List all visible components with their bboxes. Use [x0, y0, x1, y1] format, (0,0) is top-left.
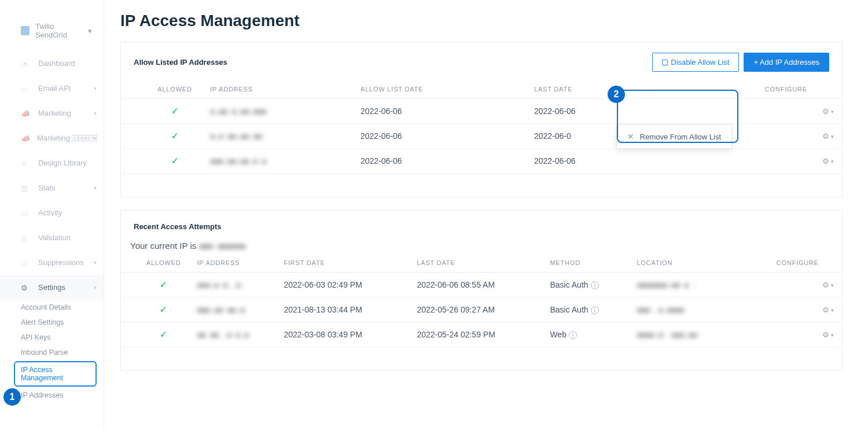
last-date: 2022-05-24 02:59 PM	[409, 322, 542, 347]
chevron-down-icon: ▾	[831, 307, 834, 313]
info-icon[interactable]: i	[591, 306, 599, 314]
nav-dashboard[interactable]: ◔Dashboard	[0, 51, 104, 76]
current-ip-value: ▪▪▪ ▪▪▪▪▪▪	[198, 241, 245, 251]
ip-address: ▪.▪▪ ▪.▪▪.▪▪▪	[210, 106, 266, 116]
configure-dropdown: ✕ Remove From Allow List	[616, 124, 732, 149]
chevron-down-icon: ▾	[94, 111, 97, 116]
chevron-down-icon: ▾	[831, 332, 834, 338]
nav-activity[interactable]: ▭Activity	[0, 200, 104, 225]
method: Basic Authi	[542, 273, 628, 297]
table-row: ✓ ▪▪▪.▪▪ ▪▪.▪ 2021-08-13 03:44 PM 2022-0…	[121, 297, 842, 322]
chevron-down-icon: ▾	[831, 134, 834, 139]
first-date: 2021-08-13 03:44 PM	[275, 297, 409, 322]
ip-address: ▪.▪ ▪▪.▪▪ ▪▪	[210, 131, 262, 141]
configure-gear[interactable]: ⚙ ▾	[822, 306, 834, 314]
chevron-down-icon: ▾	[94, 135, 97, 141]
check-icon: ✓	[160, 329, 167, 339]
th-first: FIRST DATE	[275, 253, 409, 273]
nav-suppressions[interactable]: ▭Suppressions▾	[0, 250, 104, 275]
th-list-date: ALLOW LIST DATE	[352, 80, 526, 99]
suppressions-icon: ▭	[21, 259, 31, 267]
add-ip-addresses-button[interactable]: + Add IP Addresses	[744, 53, 829, 72]
table-row: ✓ ▪.▪▪ ▪.▪▪.▪▪▪ 2022-06-06 2022-06-06 ⚙ …	[121, 99, 842, 124]
nav-marketing-legacy[interactable]: 📣MarketingLEGACY▾	[0, 126, 104, 150]
first-date: 2022-03-08 03:49 PM	[275, 322, 409, 347]
info-icon[interactable]: i	[569, 331, 577, 339]
configure-gear[interactable]: ⚙ ▾	[822, 157, 834, 166]
sidebar: Twilio SendGrid ▾ ◔Dashboard ▭Email API▾…	[0, 0, 104, 430]
brand-logo-icon	[21, 26, 30, 35]
th-ip: IP ADDRESS	[202, 80, 352, 99]
nav-validation[interactable]: ◎Validation	[0, 225, 104, 250]
sub-inbound-parse[interactable]: Inbound Parse	[0, 345, 104, 360]
allow-list-date: 2022-06-06	[352, 99, 526, 124]
chevron-down-icon: ▾	[88, 27, 92, 35]
disable-allow-list-button[interactable]: Disable Allow List	[652, 53, 739, 72]
table-row: ✓ ▪▪ ▪▪ .▪ ▪.▪ 2022-03-08 03:49 PM 2022-…	[121, 322, 842, 347]
last-date: 2022-06-06 08:55 AM	[409, 273, 542, 297]
stats-icon: ▥	[21, 184, 31, 192]
ip-address: ▪▪▪.▪▪ ▪▪.▪	[197, 305, 244, 314]
first-date: 2022-06-03 02:49 PM	[275, 273, 409, 297]
nav-email-api[interactable]: ▭Email API▾	[0, 76, 104, 101]
nav-settings[interactable]: ⚙Settings▾	[0, 275, 104, 300]
configure-gear[interactable]: ⚙ ▾	[822, 330, 834, 339]
ip-address: ▪▪▪.▪▪.▪▪.▪ ▪	[210, 156, 266, 166]
location: ▪▪▪▪.▪. ▪▪▪.▪▪	[637, 330, 697, 339]
th-method: METHOD	[542, 253, 628, 273]
sub-api-keys[interactable]: API Keys	[0, 330, 104, 345]
nav-marketing[interactable]: 📣Marketing▾	[0, 101, 104, 126]
settings-icon: ⚙	[21, 284, 31, 292]
remove-from-allow-list[interactable]: Remove From Allow List	[640, 133, 721, 141]
sub-account-details[interactable]: Account Details	[0, 300, 104, 315]
ip-address: ▪▪▪.▪ ▪. ▪.	[197, 280, 244, 289]
location: ▪▪▪▪▪▪▪.▪▪ ▪ .	[637, 280, 697, 289]
method: Basic Authi	[542, 297, 628, 322]
check-icon: ✓	[171, 106, 179, 116]
activity-icon: ▭	[21, 209, 31, 217]
table-row: ✓ ▪.▪ ▪▪.▪▪ ▪▪ 2022-06-06 2022-06-0 ⚙ ▾	[121, 124, 842, 149]
chevron-down-icon: ▾	[831, 159, 834, 164]
dashboard-icon: ◔	[21, 60, 31, 68]
nav-stats[interactable]: ▥Stats▾	[0, 175, 104, 200]
table-row: ✓ ▪▪▪.▪ ▪. ▪. 2022-06-03 02:49 PM 2022-0…	[121, 273, 842, 297]
recent-panel-title: Recent Access Attempts	[130, 222, 221, 231]
allow-list-date: 2022-06-06	[352, 149, 526, 174]
chevron-down-icon: ▾	[94, 260, 97, 266]
megaphone-icon: 📣	[21, 109, 31, 117]
chevron-down-icon: ▾	[94, 185, 97, 191]
check-icon: ✓	[160, 280, 167, 289]
recent-access-panel: Recent Access Attempts Your current IP i…	[120, 210, 843, 371]
main-content: IP Access Management Allow Listed IP Add…	[104, 0, 868, 430]
megaphone-icon: 📣	[21, 134, 30, 142]
chevron-down-icon: ▾	[94, 86, 97, 91]
check-icon: ✓	[160, 304, 167, 314]
last-date: 2022-06-06	[526, 149, 653, 174]
th-configure: CONFIGURE	[653, 80, 842, 99]
sub-alert-settings[interactable]: Alert Settings	[0, 315, 104, 330]
email-icon: ▭	[21, 84, 31, 93]
lock-icon	[662, 60, 668, 65]
brand[interactable]: Twilio SendGrid ▾	[0, 17, 104, 51]
nav-design-library[interactable]: ✕Design Library	[0, 150, 104, 175]
method: Webi	[542, 322, 628, 347]
sub-ip-access-management[interactable]: IP Access Management	[14, 361, 97, 387]
callout-2: 2	[608, 86, 625, 103]
location: ▪▪▪. ▪.▪▪▪▪	[637, 305, 684, 314]
th-location: LOCATION	[628, 253, 737, 273]
check-icon: ✓	[171, 131, 179, 141]
current-ip-line: Your current IP is ▪▪▪ ▪▪▪▪▪▪	[121, 231, 842, 253]
ip-address: ▪▪ ▪▪ .▪ ▪.▪	[197, 330, 248, 339]
brand-name: Twilio SendGrid	[35, 22, 84, 39]
th-last: LAST DATE	[409, 253, 542, 273]
close-icon[interactable]: ✕	[627, 132, 634, 141]
configure-gear[interactable]: ⚙ ▾	[822, 107, 834, 116]
allow-list-table: ALLOWED IP ADDRESS ALLOW LIST DATE LAST …	[121, 80, 842, 174]
info-icon[interactable]: i	[591, 281, 599, 289]
last-date: 2022-05-26 09:27 AM	[409, 297, 542, 322]
configure-gear[interactable]: ⚙ ▾	[822, 132, 834, 141]
validation-icon: ◎	[21, 234, 31, 242]
page-title: IP Access Management	[120, 12, 843, 30]
th-ip: IP ADDRESS	[189, 253, 275, 273]
configure-gear[interactable]: ⚙ ▾	[822, 281, 834, 289]
